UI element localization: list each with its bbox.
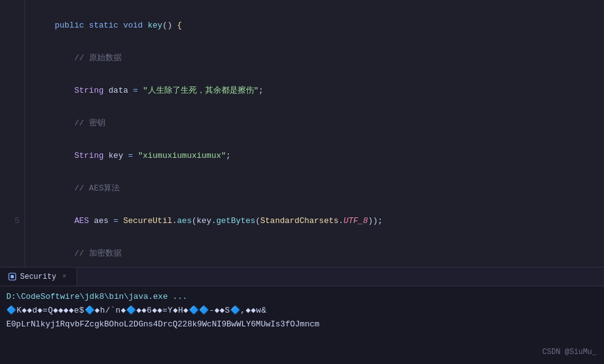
security-tab-close[interactable]: ×	[60, 273, 69, 281]
security-tab[interactable]: Security ×	[0, 268, 77, 286]
terminal-path: D:\CodeSoftwire\jdk8\bin\java.exe ...	[6, 290, 598, 304]
security-tab-label: Security	[20, 273, 56, 281]
watermark: CSDN @SiuMu_	[543, 345, 596, 359]
tab-bar: Security ×	[0, 268, 604, 286]
line-numbers: 5	[0, 0, 25, 267]
code-content: public static void key() { // 原始数据 Strin…	[25, 0, 604, 267]
code-editor: 5 public static void key() { // 原始数据 Str…	[0, 0, 604, 267]
security-tab-icon	[8, 273, 16, 281]
terminal-output: D:\CodeSoftwire\jdk8\bin\java.exe ... 🔷K…	[0, 286, 604, 364]
terminal-output-line1: 🔷K◆◆d◆=Q◆◆◆◆e$🔷◆h/`n◆🔷◆◆6◆◆=Y◆H◆🔷🔷-◆◆S🔷,…	[6, 304, 598, 318]
bottom-panel: Security × D:\CodeSoftwire\jdk8\bin\java…	[0, 267, 604, 364]
terminal-output-line2: E0pLrNlkyj1RqvbFZcgkBOhoL2DGns4DrcQ228k9…	[6, 318, 598, 331]
svg-rect-1	[11, 275, 14, 278]
code-area: 5 public static void key() { // 原始数据 Str…	[0, 0, 604, 267]
